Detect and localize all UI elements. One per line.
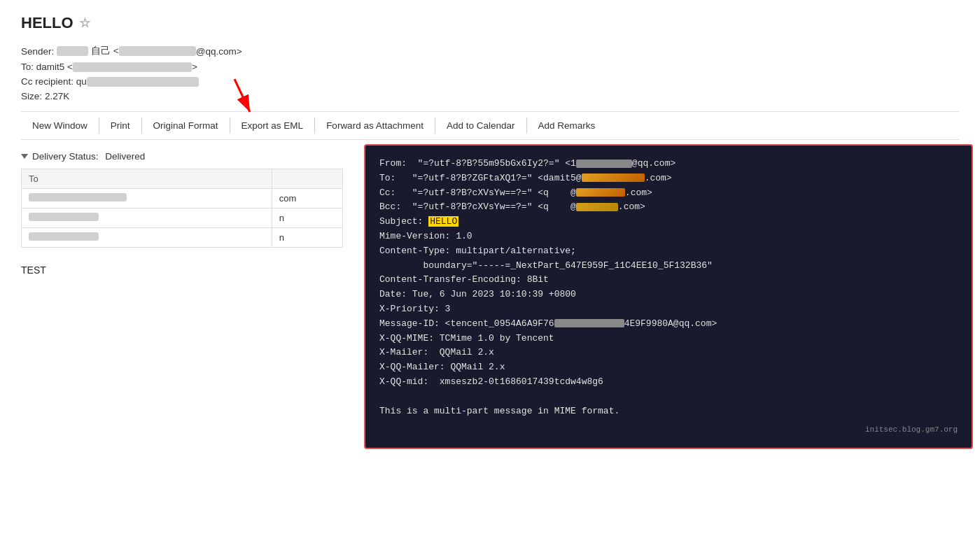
sender-name-blur: [57, 46, 88, 56]
raw-line-from: From: "=?utf-8?B?55m95bGx6Iy2?=" <1 @qq.…: [379, 157, 958, 171]
cc-label: Cc recipient: qu: [21, 76, 87, 87]
email-body: TEST: [21, 264, 343, 276]
meta-section: Sender: 自己 < @qq.com> To: damit5 < > Cc …: [21, 45, 959, 101]
to-label: To: damit5 <: [21, 62, 73, 72]
raw-line-cc: Cc: "=?utf-8?B?cXVsYw==?=" <q @ .com>: [379, 186, 958, 201]
delivery-label: Delivery Status:: [32, 151, 101, 162]
raw-line-mime: Mime-Version: 1.0: [379, 229, 958, 244]
page-wrapper: HELLO ☆ Sender: 自己 < @qq.com> To: damit5…: [0, 0, 980, 545]
delivery-status-row: Delivery Status: Delivered: [21, 151, 343, 162]
table-row: n: [22, 228, 343, 248]
add-calendar-button[interactable]: Add to Calendar: [435, 118, 527, 134]
delivery-table: To com n: [21, 169, 343, 248]
content-area: Delivery Status: Delivered To com: [21, 151, 959, 276]
raw-line-qqmime: X-QQ-MIME: TCMime 1.0 by Tencent: [379, 332, 958, 346]
raw-email-panel: From: "=?utf-8?B?55m95bGx6Iy2?=" <1 @qq.…: [364, 144, 973, 449]
sender-email-blur: [119, 46, 196, 56]
sender-label: Sender:: [21, 46, 54, 57]
size-row: Size: 2.27K: [21, 91, 959, 101]
toolbar: New Window Print Original Format Export …: [21, 111, 959, 140]
raw-line-boundary: boundary="-----=_NextPart_647E959F_11C4E…: [379, 259, 958, 274]
email-title-row: HELLO ☆: [21, 14, 959, 32]
to-suffix: >: [192, 62, 197, 72]
table-row: n: [22, 208, 343, 228]
raw-line-mailer: X-Mailer: QQMail 2.x: [379, 346, 958, 360]
add-remarks-button[interactable]: Add Remarks: [527, 118, 607, 134]
sender-row: Sender: 自己 < @qq.com>: [21, 45, 959, 57]
export-eml-button[interactable]: Export as EML: [230, 118, 316, 134]
size-value: 2.27K: [45, 91, 69, 101]
raw-line-footer: This is a multi-part message in MIME for…: [379, 404, 958, 419]
to-row: To: damit5 < >: [21, 62, 959, 72]
raw-line-encoding: Content-Transfer-Encoding: 8Bit: [379, 273, 958, 288]
cc-blur: [87, 77, 199, 87]
table-header-empty: [272, 169, 342, 189]
table-cell-blur-3: [22, 228, 272, 248]
size-label: Size:: [21, 91, 42, 101]
forward-attachment-button[interactable]: Forward as Attachment: [315, 118, 435, 134]
body-text: TEST: [21, 264, 343, 276]
raw-line-msgid: Message-ID: <tencent_0954A6A9F76 4E9F998…: [379, 317, 958, 332]
raw-line-mid: X-QQ-mid: xmseszb2-0t1686017439tcdw4w8g6: [379, 375, 958, 390]
print-button[interactable]: Print: [99, 118, 142, 134]
table-header-to: To: [22, 169, 272, 189]
new-window-button[interactable]: New Window: [21, 118, 99, 134]
raw-line-qqmailer: X-QQ-Mailer: QQMail 2.x: [379, 360, 958, 375]
star-icon[interactable]: ☆: [79, 15, 90, 31]
raw-line-to: To: "=?utf-8?B?ZGFtaXQ1?=" <damit5@ .com…: [379, 171, 958, 186]
table-cell-1: com: [272, 189, 342, 208]
triangle-icon: [21, 154, 28, 159]
left-panel: Delivery Status: Delivered To com: [21, 151, 343, 276]
raw-line-priority: X-Priority: 3: [379, 302, 958, 317]
watermark: initsec.blog.gm7.org: [379, 424, 958, 437]
sender-suffix: @qq.com>: [196, 46, 242, 57]
table-cell-2: n: [272, 208, 342, 228]
table-cell-3: n: [272, 228, 342, 248]
delivery-value: Delivered: [105, 151, 145, 162]
original-format-button[interactable]: Original Format: [142, 118, 230, 134]
table-row: com: [22, 189, 343, 208]
table-cell-blur-2: [22, 208, 272, 228]
raw-line-bcc: Bcc: "=?utf-8?B?cXVsYw==?=" <q @ .com>: [379, 200, 958, 215]
raw-line-subject: Subject: HELLO: [379, 215, 958, 229]
to-email-blur: [73, 62, 192, 72]
table-cell-blur-1: [22, 189, 272, 208]
raw-line-content-type: Content-Type: multipart/alternative;: [379, 244, 958, 259]
sender-ziji: 自己 <: [88, 45, 118, 57]
email-subject: HELLO: [21, 14, 74, 32]
raw-line-date: Date: Tue, 6 Jun 2023 10:10:39 +0800: [379, 288, 958, 302]
cc-row: Cc recipient: qu: [21, 76, 959, 87]
